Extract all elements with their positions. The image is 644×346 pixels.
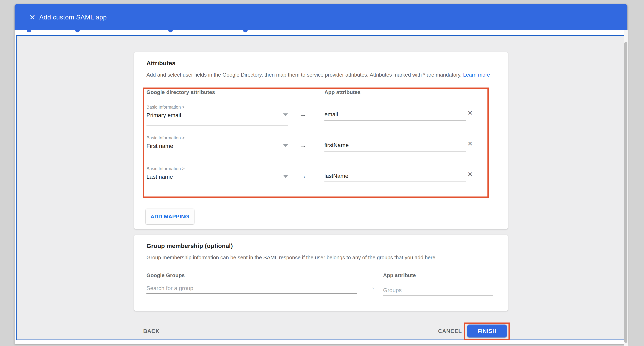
attributes-card-title: Attributes [146,60,176,66]
app-attribute-label: App attribute [383,272,416,278]
group-search-input[interactable] [146,283,357,294]
google-groups-label: Google Groups [146,272,185,278]
step-dot [168,30,173,32]
group-membership-title: Group membership (optional) [146,242,233,249]
cancel-button[interactable]: CANCEL [438,328,462,334]
step-dot [75,30,80,32]
group-membership-description: Group membership information can be sent… [146,254,437,261]
mapping-area-annotation-box [143,88,489,198]
attributes-description-text: Add and select user fields in the Google… [146,72,463,78]
attributes-card: Attributes Add and select user fields in… [134,52,508,229]
groups-app-attribute-input[interactable] [383,284,493,296]
group-membership-card: Group membership (optional) Group member… [134,235,508,311]
attributes-card-description: Add and select user fields in the Google… [146,72,490,78]
step-dot [243,30,248,32]
arrow-right-icon: → [368,283,376,291]
add-mapping-button[interactable]: ADD MAPPING [146,209,194,224]
modal-title: Add custom SAML app [39,4,107,30]
modal-header-bar: ✕ Add custom SAML app [14,4,628,30]
close-icon[interactable]: ✕ [25,4,40,30]
step-dot [27,30,31,32]
screen: ✕ Add custom SAML app Attributes Add and… [0,0,644,346]
back-button[interactable]: BACK [143,328,160,334]
finish-annotation-box [464,322,510,340]
dialog-body: Attributes Add and select user fields in… [16,35,625,340]
scrollbar-thumb[interactable] [624,42,628,343]
add-saml-app-modal: ✕ Add custom SAML app Attributes Add and… [14,4,628,344]
learn-more-link[interactable]: Learn more [463,72,490,78]
